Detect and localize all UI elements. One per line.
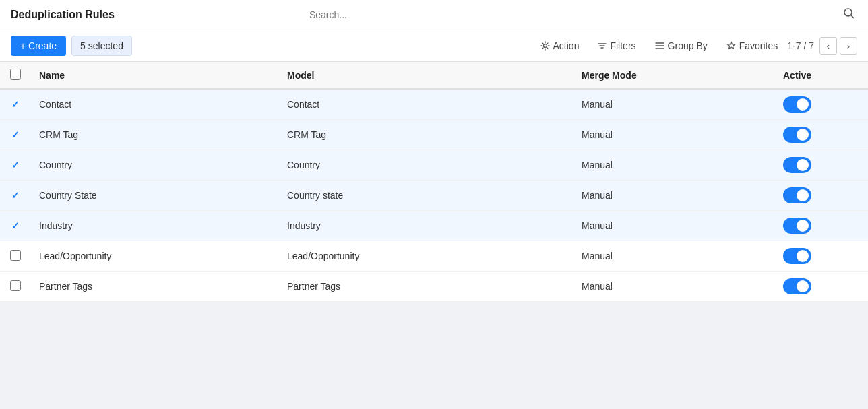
header-model: Model [279, 62, 574, 89]
row-merge-mode: Manual [574, 89, 775, 120]
table-container: Name Model Merge Mode Active ✓ContactCon… [0, 62, 868, 302]
top-bar: Deduplication Rules [0, 0, 868, 30]
svg-line-1 [850, 15, 853, 18]
row-active-cell [775, 89, 868, 120]
header-name: Name [31, 62, 279, 89]
row-active-cell [775, 120, 868, 150]
filter-icon [598, 42, 607, 50]
selected-badge: 5 selected [71, 36, 132, 56]
row-checkbox-cell: ✓ [0, 89, 31, 120]
row-model: CRM Tag [279, 120, 574, 150]
toolbar-actions: Action Filters Group By Favorites [531, 36, 788, 56]
table-row: ✓ContactContactManual [0, 89, 868, 120]
row-checkbox[interactable] [10, 250, 21, 261]
next-page-button[interactable]: › [840, 37, 857, 55]
row-name: Country [31, 150, 279, 181]
row-active-cell [775, 211, 868, 241]
row-name: Industry [31, 211, 279, 241]
row-model: Country [279, 150, 574, 181]
active-toggle[interactable] [783, 248, 811, 264]
row-checkmark[interactable]: ✓ [11, 99, 20, 110]
row-merge-mode: Manual [574, 272, 775, 302]
row-merge-mode: Manual [574, 181, 775, 211]
create-button[interactable]: + Create [11, 36, 66, 56]
row-merge-mode: Manual [574, 150, 775, 181]
group-by-icon [655, 42, 664, 50]
select-all-checkbox[interactable] [10, 69, 21, 80]
toggle-slider [783, 157, 811, 173]
row-checkbox[interactable] [10, 280, 21, 291]
toggle-slider [783, 278, 811, 294]
row-name: CRM Tag [31, 120, 279, 150]
filters-button[interactable]: Filters [588, 36, 645, 56]
prev-page-button[interactable]: ‹ [819, 37, 837, 55]
row-checkbox-cell [0, 241, 31, 272]
table-row: ✓Country StateCountry stateManual [0, 181, 868, 211]
row-active-cell [775, 241, 868, 272]
table-row: ✓IndustryIndustryManual [0, 211, 868, 241]
toolbar-left: + Create 5 selected [11, 36, 531, 56]
row-active-cell [775, 181, 868, 211]
header-active: Active [775, 62, 868, 89]
dedup-rules-table: Name Model Merge Mode Active ✓ContactCon… [0, 62, 868, 302]
active-toggle[interactable] [783, 127, 811, 143]
row-checkbox-cell [0, 272, 31, 302]
svg-point-2 [543, 44, 547, 48]
table-row: Lead/OpportunityLead/OpportunityManual [0, 241, 868, 272]
row-active-cell [775, 272, 868, 302]
toggle-slider [783, 187, 811, 203]
active-toggle[interactable] [783, 96, 811, 113]
row-checkmark[interactable]: ✓ [11, 160, 20, 170]
row-model: Contact [279, 89, 574, 120]
page-title: Deduplication Rules [11, 9, 115, 21]
active-toggle[interactable] [783, 157, 811, 173]
action-label: Action [553, 40, 580, 51]
gear-icon [540, 41, 550, 51]
active-toggle[interactable] [783, 187, 811, 203]
search-button[interactable] [841, 5, 857, 24]
toggle-slider [783, 127, 811, 143]
row-checkbox-cell: ✓ [0, 181, 31, 211]
toggle-slider [783, 218, 811, 234]
group-by-button[interactable]: Group By [646, 36, 717, 56]
active-toggle[interactable] [783, 278, 811, 294]
pagination-info: 1-7 / 7 [787, 40, 814, 51]
toggle-slider [783, 96, 811, 113]
row-merge-mode: Manual [574, 241, 775, 272]
filters-label: Filters [610, 40, 636, 51]
row-name: Lead/Opportunity [31, 241, 279, 272]
row-name: Contact [31, 89, 279, 120]
row-model: Lead/Opportunity [279, 241, 574, 272]
row-active-cell [775, 150, 868, 181]
table-row: ✓CRM TagCRM TagManual [0, 120, 868, 150]
star-icon [726, 41, 736, 51]
active-toggle[interactable] [783, 218, 811, 234]
row-merge-mode: Manual [574, 211, 775, 241]
row-name: Country State [31, 181, 279, 211]
search-input[interactable] [309, 9, 646, 20]
toolbar-right: 1-7 / 7 ‹ › [787, 37, 857, 55]
toolbar: + Create 5 selected Action Filters [0, 30, 868, 62]
row-checkmark[interactable]: ✓ [11, 129, 20, 140]
row-checkmark[interactable]: ✓ [11, 190, 20, 201]
row-checkmark[interactable]: ✓ [11, 220, 20, 231]
row-merge-mode: Manual [574, 120, 775, 150]
row-checkbox-cell: ✓ [0, 120, 31, 150]
table-row: Partner TagsPartner TagsManual [0, 272, 868, 302]
row-model: Partner Tags [279, 272, 574, 302]
header-merge-mode: Merge Mode [574, 62, 775, 89]
header-checkbox-cell [0, 62, 31, 89]
group-by-label: Group By [668, 40, 708, 51]
row-model: Country state [279, 181, 574, 211]
favorites-label: Favorites [739, 40, 778, 51]
toggle-slider [783, 248, 811, 264]
table-row: ✓CountryCountryManual [0, 150, 868, 181]
row-model: Industry [279, 211, 574, 241]
row-name: Partner Tags [31, 272, 279, 302]
table-header-row: Name Model Merge Mode Active [0, 62, 868, 89]
row-checkbox-cell: ✓ [0, 150, 31, 181]
search-container [309, 9, 646, 20]
row-checkbox-cell: ✓ [0, 211, 31, 241]
favorites-button[interactable]: Favorites [717, 36, 788, 56]
action-button[interactable]: Action [531, 36, 589, 56]
